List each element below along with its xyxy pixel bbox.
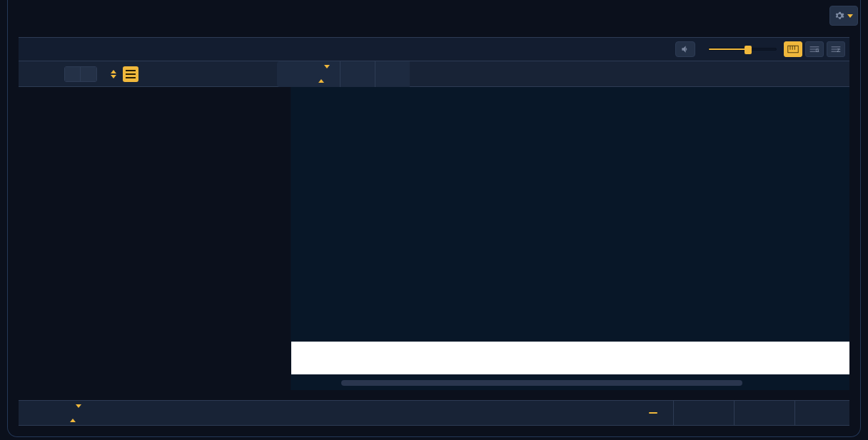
svg-rect-14 [126, 77, 136, 78]
group-list [19, 87, 291, 390]
view-zone-button[interactable]: Z [827, 41, 845, 57]
group-solo-button[interactable] [81, 67, 96, 81]
svg-text:Z: Z [837, 48, 840, 53]
svg-rect-13 [126, 73, 136, 75]
group-list-icon[interactable] [123, 66, 138, 82]
keyboard[interactable] [291, 342, 849, 374]
settings-menu[interactable] [829, 6, 858, 26]
svg-text:G: G [816, 48, 819, 53]
view-keymap-button[interactable] [784, 41, 802, 57]
view-group-button[interactable]: G [805, 41, 824, 57]
group-mute-button[interactable] [65, 67, 81, 81]
svg-rect-0 [788, 46, 798, 53]
svg-rect-12 [126, 70, 136, 71]
zoom-slider[interactable] [708, 48, 777, 51]
group-stepper[interactable] [108, 70, 118, 78]
zone-map[interactable] [291, 87, 849, 390]
horizontal-scrollbar[interactable] [341, 380, 742, 386]
audition-toggle[interactable] [675, 41, 695, 57]
pitch-button[interactable] [649, 412, 657, 414]
zone-stepper[interactable] [70, 408, 81, 419]
